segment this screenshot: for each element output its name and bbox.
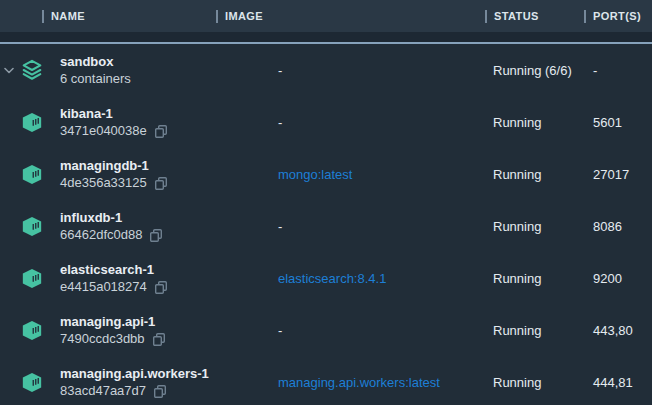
row-ports: 9200 (584, 271, 652, 286)
row-name: sandbox (60, 53, 131, 70)
table-row[interactable]: managing.api.workers-1 83acd47aa7d7 mana… (0, 356, 652, 405)
row-name: influxdb-1 (60, 209, 163, 226)
row-status: Running (485, 271, 584, 286)
stack-icon (22, 59, 42, 81)
container-icon (22, 164, 42, 185)
row-ports: 443,80 (584, 323, 652, 338)
row-name: managing.api-1 (60, 313, 166, 330)
row-image[interactable]: managing.api.workers:latest (216, 375, 485, 390)
row-sub: 3471e040038e (60, 122, 147, 140)
column-label-image: IMAGE (225, 10, 263, 22)
container-icon (22, 268, 42, 289)
table-row[interactable]: managing.api-1 7490ccdc3dbb - Running 44… (0, 304, 652, 356)
copy-icon[interactable] (154, 176, 168, 190)
row-image[interactable]: mongo:latest (216, 167, 485, 182)
name-cell: kibana-1 3471e040038e (0, 105, 216, 140)
column-divider (42, 10, 44, 23)
row-status: Running (6/6) (485, 63, 584, 78)
row-image: - (216, 115, 485, 130)
container-icon (22, 112, 42, 133)
container-icon (22, 372, 42, 393)
table-header: NAME IMAGE STATUS PORT(S) (0, 0, 652, 32)
column-label-status: STATUS (494, 10, 539, 22)
table-row[interactable]: influxdb-1 66462dfc0d88 - Running 8086 (0, 200, 652, 252)
row-sub: 4de356a33125 (60, 174, 147, 192)
name-cell: elasticsearch-1 e4415a018274 (0, 261, 216, 296)
copy-icon[interactable] (154, 280, 168, 294)
column-divider (584, 10, 586, 23)
row-ports: 27017 (584, 167, 652, 182)
row-ports: 444,81 (584, 375, 652, 390)
row-sub: 6 containers (60, 70, 131, 88)
row-sub: 83acd47aa7d7 (60, 382, 146, 400)
name-cell: sandbox 6 containers (0, 53, 216, 88)
name-cell: managing.api.workers-1 83acd47aa7d7 (0, 365, 216, 400)
row-image[interactable]: elasticsearch:8.4.1 (216, 271, 485, 286)
row-sub: e4415a018274 (60, 278, 147, 296)
row-status: Running (485, 115, 584, 130)
row-ports: - (584, 63, 652, 78)
column-label-ports: PORT(S) (593, 10, 641, 22)
row-sub: 66462dfc0d88 (60, 226, 142, 244)
row-ports: 8086 (584, 219, 652, 234)
column-divider (216, 10, 218, 23)
table-body: sandbox 6 containers - Running (6/6) - (0, 44, 652, 405)
table-row[interactable]: managingdb-1 4de356a33125 mongo:latest R… (0, 148, 652, 200)
row-name: elasticsearch-1 (60, 261, 168, 278)
row-image: - (216, 323, 485, 338)
container-icon (22, 216, 42, 237)
column-divider (485, 10, 487, 23)
header-gap (0, 32, 652, 42)
table-row[interactable]: sandbox 6 containers - Running (6/6) - (0, 44, 652, 96)
row-sub: 7490ccdc3dbb (60, 330, 145, 348)
chevron-down-icon[interactable] (4, 67, 22, 74)
table-row[interactable]: elasticsearch-1 e4415a018274 elasticsear… (0, 252, 652, 304)
table-row[interactable]: kibana-1 3471e040038e - Running 5601 (0, 96, 652, 148)
copy-icon[interactable] (154, 124, 168, 138)
name-cell: influxdb-1 66462dfc0d88 (0, 209, 216, 244)
row-status: Running (485, 375, 584, 390)
column-header-image[interactable]: IMAGE (216, 0, 485, 32)
row-image: - (216, 219, 485, 234)
column-header-status[interactable]: STATUS (485, 0, 584, 32)
row-status: Running (485, 167, 584, 182)
column-header-name[interactable]: NAME (0, 0, 216, 32)
row-status: Running (485, 219, 584, 234)
column-header-ports[interactable]: PORT(S) (584, 0, 652, 32)
row-name: managingdb-1 (60, 157, 168, 174)
name-cell: managingdb-1 4de356a33125 (0, 157, 216, 192)
row-image: - (216, 63, 485, 78)
name-cell: managing.api-1 7490ccdc3dbb (0, 313, 216, 348)
column-label-name: NAME (51, 10, 85, 22)
copy-icon[interactable] (153, 384, 167, 398)
copy-icon[interactable] (149, 228, 163, 242)
container-icon (22, 320, 42, 341)
row-status: Running (485, 323, 584, 338)
copy-icon[interactable] (152, 332, 166, 346)
row-name: managing.api.workers-1 (60, 365, 209, 382)
row-name: kibana-1 (60, 105, 168, 122)
row-ports: 5601 (584, 115, 652, 130)
